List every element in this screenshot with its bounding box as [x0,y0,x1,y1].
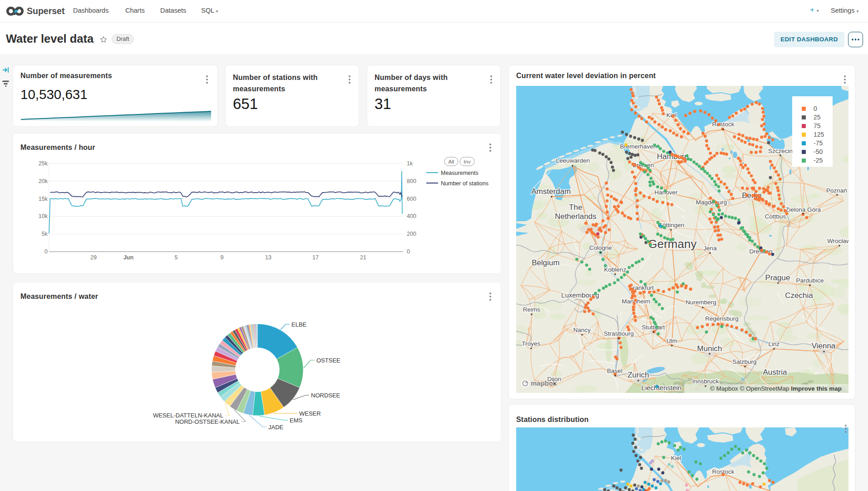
svg-text:13: 13 [265,254,271,261]
svg-text:mapbox: mapbox [531,379,557,387]
svg-text:© Mapbox © OpenStreetMap Impro: © Mapbox © OpenStreetMap Improve this ma… [710,385,842,392]
svg-text:Leeuwarden: Leeuwarden [556,157,590,164]
svg-text:EMS: EMS [290,417,303,424]
svg-text:Zielona Góra: Zielona Góra [785,206,821,213]
svg-text:Czechia: Czechia [785,291,813,300]
svg-text:Pardubice: Pardubice [796,277,824,284]
svg-text:200: 200 [407,231,416,237]
svg-text:17: 17 [312,254,319,261]
svg-text:Szczecin: Szczecin [768,148,793,154]
svg-text:29: 29 [90,254,97,261]
svg-text:Poznań: Poznań [826,187,847,194]
svg-text:Kiel: Kiel [671,455,681,461]
svg-text:10k: 10k [39,213,48,219]
svg-text:Regensburg: Regensburg [705,315,739,322]
svg-text:Strasbourg: Strasbourg [604,330,634,337]
svg-text:Vienna: Vienna [812,342,836,350]
svg-text:21: 21 [360,254,366,261]
svg-text:Superset: Superset [27,6,65,16]
svg-text:400: 400 [407,213,416,219]
svg-text:Linz: Linz [769,341,780,347]
svg-text:Troyes: Troyes [522,340,541,347]
svg-text:0: 0 [44,248,48,255]
svg-text:600: 600 [407,196,416,202]
svg-text:-50: -50 [814,148,823,155]
svg-text:Jena: Jena [703,245,717,252]
svg-text:Cottbus: Cottbus [765,213,786,220]
svg-text:25k: 25k [39,160,48,167]
svg-text:NORD-OSTSEE-KANAL: NORD-OSTSEE-KANAL [175,418,240,425]
svg-text:Kiel: Kiel [666,112,677,119]
svg-text:Number of stations: Number of stations [441,180,488,187]
svg-text:Amsterdam: Amsterdam [532,187,571,196]
svg-text:Nuremberg: Nuremberg [686,299,716,306]
svg-text:All: All [449,159,454,164]
svg-text:0: 0 [407,248,410,255]
svg-text:Liechtenstein: Liechtenstein [641,384,681,392]
svg-text:0: 0 [814,105,817,112]
svg-text:Netherlands: Netherlands [555,212,597,221]
svg-text:OSTSEE: OSTSEE [316,357,340,364]
svg-text:Koblenz: Koblenz [604,266,626,273]
svg-text:75: 75 [814,122,821,129]
svg-text:Jun: Jun [123,254,133,261]
svg-text:Stuttgart: Stuttgart [641,324,665,331]
svg-text:ELBE: ELBE [291,321,307,328]
svg-text:Prague: Prague [765,273,790,282]
svg-text:WESER: WESER [299,410,321,417]
svg-text:-25: -25 [814,157,823,164]
svg-text:Magdeburg: Magdeburg [696,199,727,206]
svg-text:WESEL-DATTELN-KANAL: WESEL-DATTELN-KANAL [153,412,223,419]
svg-text:Innsbruck: Innsbruck [692,378,719,385]
svg-text:Nancy: Nancy [573,327,591,333]
svg-text:1k: 1k [407,160,413,167]
svg-text:5k: 5k [42,231,48,237]
svg-text:Measurements: Measurements [441,170,478,176]
svg-text:Salzburg: Salzburg [732,358,756,365]
svg-text:20k: 20k [39,178,48,184]
svg-text:Wrocław: Wrocław [827,238,848,244]
svg-text:NORDSEE: NORDSEE [311,392,340,399]
svg-text:JADE: JADE [268,424,284,431]
svg-text:Austria: Austria [763,368,787,377]
svg-text:25: 25 [814,114,821,121]
svg-text:9: 9 [221,254,224,261]
svg-text:Belgium: Belgium [532,258,559,267]
svg-text:Inv: Inv [464,159,471,164]
svg-text:-75: -75 [814,139,823,147]
svg-text:800: 800 [407,178,416,184]
svg-text:Ulm: Ulm [666,337,677,344]
svg-text:Zurich: Zurich [627,371,649,379]
svg-text:5: 5 [175,254,178,261]
svg-text:Cologne: Cologne [589,244,612,251]
svg-text:Munich: Munich [697,344,722,353]
svg-text:15k: 15k [39,196,48,202]
svg-text:Reims: Reims [523,306,541,313]
svg-text:125: 125 [814,131,824,138]
svg-text:The: The [569,203,582,212]
